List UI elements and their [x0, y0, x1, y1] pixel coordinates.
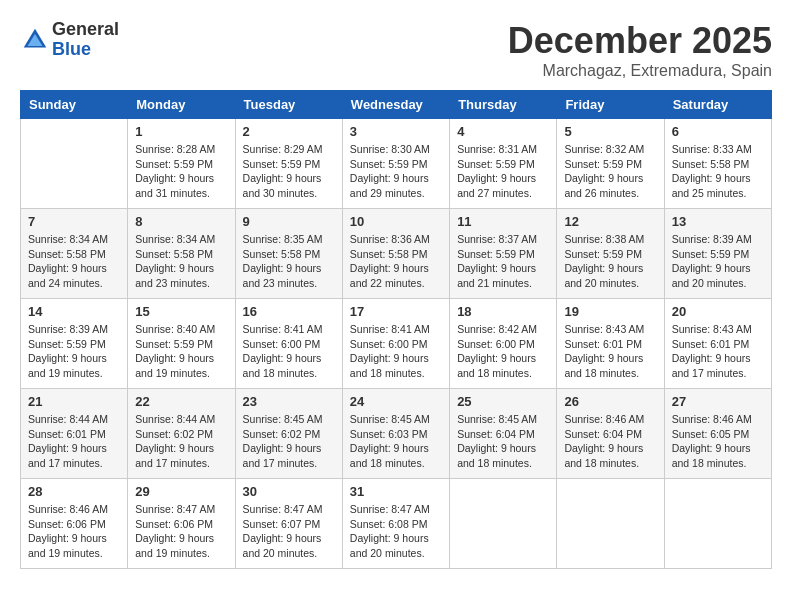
calendar-cell: 28Sunrise: 8:46 AM Sunset: 6:06 PM Dayli…	[21, 479, 128, 569]
logo-icon	[20, 25, 50, 55]
calendar-cell: 24Sunrise: 8:45 AM Sunset: 6:03 PM Dayli…	[342, 389, 449, 479]
column-header-saturday: Saturday	[664, 91, 771, 119]
calendar-cell: 16Sunrise: 8:41 AM Sunset: 6:00 PM Dayli…	[235, 299, 342, 389]
month-title: December 2025	[508, 20, 772, 62]
day-info: Sunrise: 8:43 AM Sunset: 6:01 PM Dayligh…	[672, 322, 764, 381]
calendar-cell	[664, 479, 771, 569]
day-info: Sunrise: 8:30 AM Sunset: 5:59 PM Dayligh…	[350, 142, 442, 201]
day-info: Sunrise: 8:44 AM Sunset: 6:01 PM Dayligh…	[28, 412, 120, 471]
day-info: Sunrise: 8:46 AM Sunset: 6:04 PM Dayligh…	[564, 412, 656, 471]
day-info: Sunrise: 8:39 AM Sunset: 5:59 PM Dayligh…	[28, 322, 120, 381]
calendar-cell: 3Sunrise: 8:30 AM Sunset: 5:59 PM Daylig…	[342, 119, 449, 209]
day-number: 31	[350, 484, 442, 499]
calendar-cell: 29Sunrise: 8:47 AM Sunset: 6:06 PM Dayli…	[128, 479, 235, 569]
column-header-thursday: Thursday	[450, 91, 557, 119]
calendar-cell	[557, 479, 664, 569]
day-info: Sunrise: 8:39 AM Sunset: 5:59 PM Dayligh…	[672, 232, 764, 291]
day-info: Sunrise: 8:45 AM Sunset: 6:04 PM Dayligh…	[457, 412, 549, 471]
calendar-cell: 30Sunrise: 8:47 AM Sunset: 6:07 PM Dayli…	[235, 479, 342, 569]
page-header: General Blue December 2025 Marchagaz, Ex…	[20, 20, 772, 80]
column-header-wednesday: Wednesday	[342, 91, 449, 119]
day-number: 11	[457, 214, 549, 229]
day-number: 25	[457, 394, 549, 409]
day-number: 20	[672, 304, 764, 319]
calendar-cell: 19Sunrise: 8:43 AM Sunset: 6:01 PM Dayli…	[557, 299, 664, 389]
day-number: 3	[350, 124, 442, 139]
calendar-cell: 31Sunrise: 8:47 AM Sunset: 6:08 PM Dayli…	[342, 479, 449, 569]
day-number: 10	[350, 214, 442, 229]
day-info: Sunrise: 8:44 AM Sunset: 6:02 PM Dayligh…	[135, 412, 227, 471]
calendar-cell: 25Sunrise: 8:45 AM Sunset: 6:04 PM Dayli…	[450, 389, 557, 479]
column-header-tuesday: Tuesday	[235, 91, 342, 119]
calendar-cell: 14Sunrise: 8:39 AM Sunset: 5:59 PM Dayli…	[21, 299, 128, 389]
day-number: 16	[243, 304, 335, 319]
calendar-cell: 26Sunrise: 8:46 AM Sunset: 6:04 PM Dayli…	[557, 389, 664, 479]
calendar-cell: 1Sunrise: 8:28 AM Sunset: 5:59 PM Daylig…	[128, 119, 235, 209]
day-number: 24	[350, 394, 442, 409]
day-info: Sunrise: 8:38 AM Sunset: 5:59 PM Dayligh…	[564, 232, 656, 291]
column-header-monday: Monday	[128, 91, 235, 119]
calendar-cell: 9Sunrise: 8:35 AM Sunset: 5:58 PM Daylig…	[235, 209, 342, 299]
day-info: Sunrise: 8:42 AM Sunset: 6:00 PM Dayligh…	[457, 322, 549, 381]
day-info: Sunrise: 8:47 AM Sunset: 6:07 PM Dayligh…	[243, 502, 335, 561]
day-info: Sunrise: 8:29 AM Sunset: 5:59 PM Dayligh…	[243, 142, 335, 201]
day-number: 1	[135, 124, 227, 139]
day-info: Sunrise: 8:41 AM Sunset: 6:00 PM Dayligh…	[243, 322, 335, 381]
column-header-friday: Friday	[557, 91, 664, 119]
calendar-cell: 7Sunrise: 8:34 AM Sunset: 5:58 PM Daylig…	[21, 209, 128, 299]
day-info: Sunrise: 8:43 AM Sunset: 6:01 PM Dayligh…	[564, 322, 656, 381]
calendar-cell: 13Sunrise: 8:39 AM Sunset: 5:59 PM Dayli…	[664, 209, 771, 299]
column-header-sunday: Sunday	[21, 91, 128, 119]
day-number: 14	[28, 304, 120, 319]
day-number: 28	[28, 484, 120, 499]
day-info: Sunrise: 8:36 AM Sunset: 5:58 PM Dayligh…	[350, 232, 442, 291]
day-info: Sunrise: 8:45 AM Sunset: 6:02 PM Dayligh…	[243, 412, 335, 471]
day-number: 8	[135, 214, 227, 229]
day-number: 15	[135, 304, 227, 319]
location: Marchagaz, Extremadura, Spain	[508, 62, 772, 80]
day-number: 19	[564, 304, 656, 319]
calendar: SundayMondayTuesdayWednesdayThursdayFrid…	[20, 90, 772, 569]
day-number: 9	[243, 214, 335, 229]
day-info: Sunrise: 8:47 AM Sunset: 6:06 PM Dayligh…	[135, 502, 227, 561]
day-number: 17	[350, 304, 442, 319]
day-number: 30	[243, 484, 335, 499]
day-number: 26	[564, 394, 656, 409]
day-number: 13	[672, 214, 764, 229]
day-info: Sunrise: 8:35 AM Sunset: 5:58 PM Dayligh…	[243, 232, 335, 291]
day-info: Sunrise: 8:40 AM Sunset: 5:59 PM Dayligh…	[135, 322, 227, 381]
day-number: 5	[564, 124, 656, 139]
day-info: Sunrise: 8:45 AM Sunset: 6:03 PM Dayligh…	[350, 412, 442, 471]
day-number: 2	[243, 124, 335, 139]
calendar-cell: 23Sunrise: 8:45 AM Sunset: 6:02 PM Dayli…	[235, 389, 342, 479]
calendar-cell: 5Sunrise: 8:32 AM Sunset: 5:59 PM Daylig…	[557, 119, 664, 209]
calendar-cell	[21, 119, 128, 209]
title-block: December 2025 Marchagaz, Extremadura, Sp…	[508, 20, 772, 80]
day-info: Sunrise: 8:33 AM Sunset: 5:58 PM Dayligh…	[672, 142, 764, 201]
calendar-cell: 20Sunrise: 8:43 AM Sunset: 6:01 PM Dayli…	[664, 299, 771, 389]
calendar-cell: 6Sunrise: 8:33 AM Sunset: 5:58 PM Daylig…	[664, 119, 771, 209]
calendar-cell: 15Sunrise: 8:40 AM Sunset: 5:59 PM Dayli…	[128, 299, 235, 389]
calendar-cell: 2Sunrise: 8:29 AM Sunset: 5:59 PM Daylig…	[235, 119, 342, 209]
day-number: 23	[243, 394, 335, 409]
day-info: Sunrise: 8:41 AM Sunset: 6:00 PM Dayligh…	[350, 322, 442, 381]
day-number: 12	[564, 214, 656, 229]
day-info: Sunrise: 8:46 AM Sunset: 6:05 PM Dayligh…	[672, 412, 764, 471]
day-number: 6	[672, 124, 764, 139]
calendar-cell: 22Sunrise: 8:44 AM Sunset: 6:02 PM Dayli…	[128, 389, 235, 479]
day-number: 21	[28, 394, 120, 409]
calendar-cell: 8Sunrise: 8:34 AM Sunset: 5:58 PM Daylig…	[128, 209, 235, 299]
day-info: Sunrise: 8:46 AM Sunset: 6:06 PM Dayligh…	[28, 502, 120, 561]
day-info: Sunrise: 8:34 AM Sunset: 5:58 PM Dayligh…	[135, 232, 227, 291]
day-number: 4	[457, 124, 549, 139]
day-number: 18	[457, 304, 549, 319]
logo: General Blue	[20, 20, 119, 60]
day-number: 27	[672, 394, 764, 409]
day-number: 7	[28, 214, 120, 229]
calendar-cell: 18Sunrise: 8:42 AM Sunset: 6:00 PM Dayli…	[450, 299, 557, 389]
calendar-cell: 17Sunrise: 8:41 AM Sunset: 6:00 PM Dayli…	[342, 299, 449, 389]
day-info: Sunrise: 8:34 AM Sunset: 5:58 PM Dayligh…	[28, 232, 120, 291]
logo-general: General	[52, 20, 119, 40]
day-info: Sunrise: 8:47 AM Sunset: 6:08 PM Dayligh…	[350, 502, 442, 561]
day-info: Sunrise: 8:28 AM Sunset: 5:59 PM Dayligh…	[135, 142, 227, 201]
